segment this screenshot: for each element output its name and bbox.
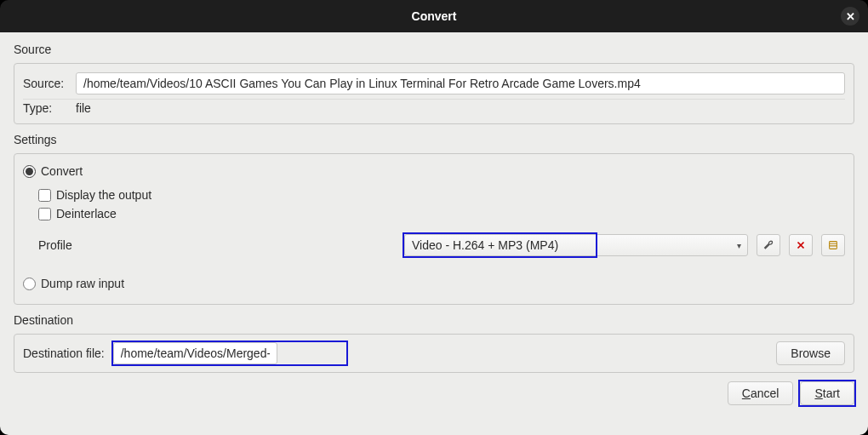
convert-radio-label: Convert (41, 164, 83, 178)
new-profile-button[interactable] (821, 234, 845, 256)
source-label: Source: (23, 77, 67, 90)
convert-radio[interactable] (23, 165, 36, 178)
titlebar: Convert ✕ (0, 0, 868, 32)
convert-options: Display the output Deinterlace (38, 188, 845, 220)
convert-dialog: Convert ✕ Source Source: Type: file Sett… (0, 0, 868, 435)
destination-section-title: Destination (14, 313, 854, 327)
new-profile-icon (827, 239, 839, 251)
destination-input-wrap (113, 342, 768, 364)
type-row: Type: file (23, 100, 845, 117)
deinterlace-checkbox[interactable] (38, 208, 51, 220)
close-button[interactable]: ✕ (841, 7, 859, 26)
display-output-label: Display the output (56, 188, 151, 202)
profile-dropdown[interactable]: Video - H.264 + MP3 (MP4) (404, 234, 748, 256)
source-row: Source: (23, 71, 845, 96)
close-icon: ✕ (846, 10, 855, 23)
edit-profile-button[interactable] (757, 234, 780, 256)
dump-radio-label: Dump raw input (41, 277, 124, 290)
display-output-checkbox[interactable] (38, 189, 51, 202)
settings-panel: Convert Display the output Deinterlace P… (14, 153, 854, 305)
start-button-label: Start (814, 386, 840, 400)
dialog-footer: Cancel Start (14, 381, 854, 405)
type-value: file (76, 101, 91, 115)
wrench-icon (762, 239, 774, 251)
delete-profile-button[interactable] (789, 234, 813, 256)
destination-file-label: Destination file: (23, 346, 105, 360)
dump-radio[interactable] (23, 278, 36, 290)
profile-row: Profile Video - H.264 + MP3 (MP4) ▾ (38, 234, 845, 256)
browse-button[interactable]: Browse (776, 341, 845, 365)
destination-panel: Destination file: Browse (14, 334, 854, 373)
settings-section-title: Settings (14, 133, 854, 146)
profile-label: Profile (38, 238, 396, 252)
window-title: Convert (412, 9, 457, 23)
dialog-content: Source Source: Type: file Settings Conve… (0, 32, 868, 435)
start-button-wrap: Start (800, 381, 854, 405)
destination-input[interactable] (113, 342, 277, 364)
destination-row: Destination file: Browse (23, 341, 845, 365)
start-button[interactable]: Start (800, 381, 854, 405)
delete-x-icon (795, 239, 807, 251)
cancel-button-label: Cancel (742, 386, 779, 400)
cancel-button[interactable]: Cancel (728, 381, 794, 405)
source-panel: Source: Type: file (14, 63, 854, 124)
display-output-row: Display the output (38, 188, 845, 202)
dump-radio-row: Dump raw input (23, 275, 845, 292)
profile-select-wrap: Video - H.264 + MP3 (MP4) ▾ (404, 234, 748, 256)
deinterlace-row: Deinterlace (38, 207, 845, 220)
svg-rect-2 (830, 242, 837, 249)
type-label: Type: (23, 101, 67, 115)
source-section-title: Source (14, 43, 854, 56)
source-input[interactable] (76, 72, 845, 94)
deinterlace-label: Deinterlace (56, 207, 117, 220)
convert-radio-row: Convert (23, 163, 845, 180)
